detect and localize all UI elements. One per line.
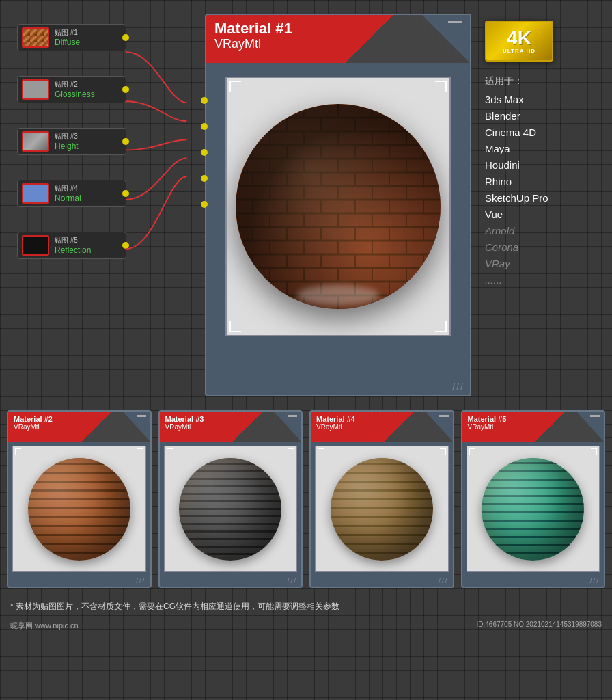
software-item-more: ...... — [485, 272, 587, 288]
node-item: 贴图 #1 Diffuse — [17, 24, 198, 51]
software-item-vue: Vue — [485, 206, 587, 223]
node-item: 贴图 #4 Normal — [17, 180, 198, 207]
material-panel-main: Material #1 VRayMtl — [205, 14, 471, 396]
software-list: 3ds Max Blender Cinema 4D Maya Houdini R… — [485, 92, 587, 288]
footer-watermark: 昵享网 www.nipic.cn — [10, 621, 79, 631]
node-graph: 贴图 #1 Diffuse 贴图 #2 Glossiness — [7, 14, 198, 396]
mini-minimize-4[interactable] — [439, 415, 449, 417]
node-box-height: 贴图 #3 Height — [17, 128, 126, 155]
mini-preview-3 — [164, 446, 298, 572]
node-label-reflection: 贴图 #5 Reflection — [55, 236, 91, 255]
mini-material-card-5: Material #5 VRayMtl /// — [461, 410, 606, 588]
mini-material-card-2: Material #2 VRayMtl /// — [7, 410, 152, 588]
material-panel-header: Material #1 VRayMtl — [206, 15, 470, 63]
software-label: 适用于： — [485, 75, 587, 88]
software-item-corona: Corona — [485, 239, 587, 256]
mini-preview-4 — [315, 446, 449, 572]
node-connector-2 — [122, 86, 129, 93]
node-connector-4 — [122, 190, 129, 197]
badge-4k-sub: ULTRA HD — [503, 48, 536, 54]
software-item-cinema4d: Cinema 4D — [485, 124, 587, 141]
svg-point-100 — [297, 285, 379, 306]
node-box-reflection: 贴图 #5 Reflection — [17, 232, 126, 259]
svg-point-99 — [236, 104, 441, 309]
node-thumb-diffuse — [22, 27, 49, 48]
mini-card-header-3: Material #3 VRayMtl — [160, 412, 302, 442]
mini-material-card-4: Material #4 VRayMtl /// — [309, 410, 454, 588]
mini-card-footer-4: /// — [439, 577, 448, 584]
software-item-arnold: Arnold — [485, 223, 587, 239]
main-brick-sphere — [236, 104, 441, 309]
node-connector-5 — [122, 242, 129, 249]
badge-4k: 4K ULTRA HD — [485, 21, 553, 62]
software-item-sketchup: SketchUp Pro — [485, 190, 587, 206]
node-thumb-normal — [22, 183, 49, 204]
node-box-glossiness: 贴图 #2 Glossiness — [17, 76, 126, 103]
node-connector-1 — [122, 34, 129, 41]
mini-sphere-5 — [482, 458, 584, 561]
footer-credits: 昵享网 www.nipic.cn ID:4667705 NO:202102141… — [0, 618, 612, 634]
main-container: 贴图 #1 Diffuse 贴图 #2 Glossiness — [0, 0, 612, 700]
node-name-1: Diffuse — [55, 38, 80, 47]
node-thumb-glossiness — [22, 79, 49, 100]
mini-minimize-5[interactable] — [590, 415, 600, 417]
mini-card-header-2: Material #2 VRayMtl — [8, 412, 150, 442]
badge-4k-main: 4K — [507, 29, 531, 48]
node-num-1: 贴图 #1 — [55, 28, 80, 38]
mini-preview-2 — [12, 446, 146, 572]
mini-sphere-2 — [28, 458, 130, 561]
footer-notice: * 素材为贴图图片，不含材质文件，需要在CG软件内相应通道使用，可能需要调整相关… — [10, 601, 339, 612]
node-thumb-height — [22, 131, 49, 152]
software-item-rhino: Rhino — [485, 174, 587, 190]
bottom-section: Material #2 VRayMtl /// Material #3 VRay… — [0, 403, 612, 595]
node-num-4: 贴图 #4 — [55, 184, 81, 193]
node-name-2: Glossiness — [55, 90, 95, 99]
mini-card-footer-2: /// — [136, 577, 145, 584]
node-label-diffuse: 贴图 #1 Diffuse — [55, 28, 80, 47]
node-name-4: Normal — [55, 193, 81, 203]
mini-card-header-5: Material #5 VRayMtl — [462, 412, 604, 442]
software-item-maya: Maya — [485, 141, 587, 157]
material-preview-area — [206, 63, 470, 350]
top-section: 贴图 #1 Diffuse 贴图 #2 Glossiness — [0, 0, 612, 403]
node-box-diffuse: 贴图 #1 Diffuse — [17, 24, 126, 51]
node-name-3: Height — [55, 142, 79, 151]
software-item-vray: VRay — [485, 256, 587, 272]
material-panel-footer: /// — [452, 381, 464, 392]
footer-id: ID:4667705 NO:20210214145319897083 — [477, 621, 602, 631]
node-item: 贴图 #3 Height — [17, 128, 198, 155]
mini-card-footer-5: /// — [590, 577, 600, 584]
header-triangle — [422, 15, 470, 63]
software-item-3dsmax: 3ds Max — [485, 92, 587, 108]
node-item: 贴图 #5 Reflection — [17, 232, 198, 259]
software-item-blender: Blender — [485, 108, 587, 124]
preview-corners-bottom — [227, 321, 449, 335]
footer-bar: * 素材为贴图图片，不含材质文件，需要在CG软件内相应通道使用，可能需要调整相关… — [0, 595, 612, 618]
mini-card-footer-3: /// — [288, 577, 297, 584]
mini-minimize-3[interactable] — [288, 415, 297, 417]
minimize-button[interactable] — [448, 21, 462, 23]
mini-sphere-3 — [179, 458, 281, 561]
mini-sphere-4 — [331, 458, 433, 561]
node-thumb-reflection — [22, 235, 49, 256]
node-box-normal: 贴图 #4 Normal — [17, 180, 126, 207]
mini-preview-5 — [467, 446, 600, 572]
mini-card-header-4: Material #4 VRayMtl — [311, 412, 453, 442]
node-connector-3 — [122, 138, 129, 145]
node-label-glossiness: 贴图 #2 Glossiness — [55, 80, 95, 99]
node-name-5: Reflection — [55, 245, 91, 255]
mini-minimize-2[interactable] — [137, 415, 146, 417]
material-preview-frame — [225, 77, 451, 336]
software-item-houdini: Houdini — [485, 157, 587, 174]
node-num-5: 贴图 #5 — [55, 236, 91, 245]
node-item: 贴图 #2 Glossiness — [17, 76, 198, 103]
node-label-height: 贴图 #3 Height — [55, 132, 79, 151]
nodes-list: 贴图 #1 Diffuse 贴图 #2 Glossiness — [7, 14, 198, 259]
mini-material-card-3: Material #3 VRayMtl /// — [158, 410, 303, 588]
node-num-3: 贴图 #3 — [55, 132, 79, 142]
node-label-normal: 贴图 #4 Normal — [55, 184, 81, 203]
node-num-2: 贴图 #2 — [55, 80, 95, 90]
right-info: 4K ULTRA HD 适用于： 3ds Max Blender Cinema … — [478, 14, 594, 396]
